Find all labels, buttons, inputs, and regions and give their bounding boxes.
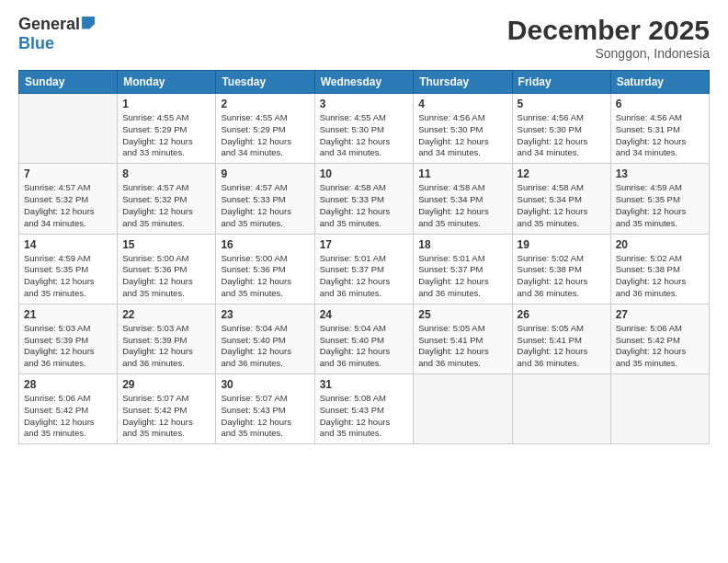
calendar-header-sunday: Sunday xyxy=(19,71,118,94)
day-number: 3 xyxy=(320,98,409,110)
day-info: Sunrise: 5:07 AMSunset: 5:42 PMDaylight:… xyxy=(122,393,210,440)
calendar-cell: 6Sunrise: 4:56 AMSunset: 5:31 PMDaylight… xyxy=(610,94,709,164)
day-info: Sunrise: 4:59 AMSunset: 5:35 PMDaylight:… xyxy=(616,182,704,229)
day-info: Sunrise: 5:04 AMSunset: 5:40 PMDaylight:… xyxy=(320,323,409,370)
calendar-cell: 11Sunrise: 4:58 AMSunset: 5:34 PMDayligh… xyxy=(414,164,512,234)
day-info: Sunrise: 4:55 AMSunset: 5:29 PMDaylight:… xyxy=(221,112,309,159)
day-info: Sunrise: 5:01 AMSunset: 5:37 PMDaylight:… xyxy=(418,253,506,300)
day-number: 28 xyxy=(24,378,112,391)
day-info: Sunrise: 5:02 AMSunset: 5:38 PMDaylight:… xyxy=(616,253,704,300)
header: General Blue December 2025 Songgon, Indo… xyxy=(18,15,710,61)
subtitle: Songgon, Indonesia xyxy=(507,46,710,61)
day-info: Sunrise: 5:01 AMSunset: 5:37 PMDaylight:… xyxy=(320,253,409,300)
day-info: Sunrise: 4:56 AMSunset: 5:30 PMDaylight:… xyxy=(418,112,506,159)
day-info: Sunrise: 4:57 AMSunset: 5:32 PMDaylight:… xyxy=(24,182,112,229)
day-number: 29 xyxy=(122,378,210,391)
calendar-cell: 15Sunrise: 5:00 AMSunset: 5:36 PMDayligh… xyxy=(118,234,216,304)
day-number: 4 xyxy=(418,98,506,110)
day-info: Sunrise: 5:08 AMSunset: 5:43 PMDaylight:… xyxy=(320,393,409,440)
calendar-cell: 14Sunrise: 4:59 AMSunset: 5:35 PMDayligh… xyxy=(19,234,118,304)
day-number: 8 xyxy=(122,167,210,180)
day-info: Sunrise: 5:07 AMSunset: 5:43 PMDaylight:… xyxy=(221,393,309,440)
calendar-cell: 8Sunrise: 4:57 AMSunset: 5:32 PMDaylight… xyxy=(118,164,216,234)
day-info: Sunrise: 4:59 AMSunset: 5:35 PMDaylight:… xyxy=(24,253,112,300)
day-number: 13 xyxy=(616,167,704,180)
day-number: 1 xyxy=(122,98,210,110)
logo-blue-text: Blue xyxy=(18,34,54,53)
day-info: Sunrise: 4:58 AMSunset: 5:33 PMDaylight:… xyxy=(320,182,409,229)
day-info: Sunrise: 5:00 AMSunset: 5:36 PMDaylight:… xyxy=(221,253,309,300)
day-number: 7 xyxy=(24,167,112,180)
day-number: 27 xyxy=(616,308,704,321)
day-number: 24 xyxy=(320,308,409,321)
day-number: 17 xyxy=(320,238,409,251)
day-info: Sunrise: 5:03 AMSunset: 5:39 PMDaylight:… xyxy=(24,323,112,370)
day-info: Sunrise: 5:06 AMSunset: 5:42 PMDaylight:… xyxy=(616,323,704,370)
calendar-cell: 25Sunrise: 5:05 AMSunset: 5:41 PMDayligh… xyxy=(414,304,512,373)
calendar-cell xyxy=(19,94,118,164)
calendar-cell: 7Sunrise: 4:57 AMSunset: 5:32 PMDaylight… xyxy=(19,164,118,234)
calendar-cell: 24Sunrise: 5:04 AMSunset: 5:40 PMDayligh… xyxy=(314,304,414,373)
day-number: 20 xyxy=(616,238,704,251)
calendar-header-saturday: Saturday xyxy=(610,71,709,94)
calendar-header-friday: Friday xyxy=(512,71,610,94)
day-number: 26 xyxy=(518,308,606,321)
calendar-cell: 30Sunrise: 5:07 AMSunset: 5:43 PMDayligh… xyxy=(216,374,314,444)
calendar-cell: 3Sunrise: 4:55 AMSunset: 5:30 PMDaylight… xyxy=(314,94,414,164)
calendar-cell: 21Sunrise: 5:03 AMSunset: 5:39 PMDayligh… xyxy=(19,304,118,373)
page: General Blue December 2025 Songgon, Indo… xyxy=(0,0,728,563)
day-number: 2 xyxy=(221,98,309,110)
logo: General Blue xyxy=(18,15,95,53)
calendar-cell: 28Sunrise: 5:06 AMSunset: 5:42 PMDayligh… xyxy=(19,374,118,444)
title-block: December 2025 Songgon, Indonesia xyxy=(507,15,710,61)
day-info: Sunrise: 5:02 AMSunset: 5:38 PMDaylight:… xyxy=(518,253,606,300)
calendar-cell: 16Sunrise: 5:00 AMSunset: 5:36 PMDayligh… xyxy=(216,234,314,304)
calendar-header-tuesday: Tuesday xyxy=(216,71,314,94)
calendar-header-wednesday: Wednesday xyxy=(314,71,414,94)
day-number: 12 xyxy=(518,167,606,180)
day-info: Sunrise: 4:58 AMSunset: 5:34 PMDaylight:… xyxy=(518,182,606,229)
logo-general: General xyxy=(18,15,80,34)
calendar-cell xyxy=(414,374,512,444)
calendar-cell: 20Sunrise: 5:02 AMSunset: 5:38 PMDayligh… xyxy=(610,234,709,304)
day-info: Sunrise: 5:06 AMSunset: 5:42 PMDaylight:… xyxy=(24,393,112,440)
calendar-cell: 22Sunrise: 5:03 AMSunset: 5:39 PMDayligh… xyxy=(118,304,216,373)
day-info: Sunrise: 5:04 AMSunset: 5:40 PMDaylight:… xyxy=(221,323,309,370)
main-title: December 2025 xyxy=(507,15,710,46)
day-number: 21 xyxy=(24,308,112,321)
calendar-cell: 19Sunrise: 5:02 AMSunset: 5:38 PMDayligh… xyxy=(512,234,610,304)
logo-text: General xyxy=(18,15,95,34)
day-info: Sunrise: 4:57 AMSunset: 5:32 PMDaylight:… xyxy=(122,182,210,229)
day-number: 11 xyxy=(418,167,506,180)
calendar: SundayMondayTuesdayWednesdayThursdayFrid… xyxy=(18,70,710,444)
day-number: 5 xyxy=(518,98,606,110)
logo-icon xyxy=(82,17,95,29)
calendar-cell: 23Sunrise: 5:04 AMSunset: 5:40 PMDayligh… xyxy=(216,304,314,373)
day-number: 23 xyxy=(221,308,309,321)
calendar-cell xyxy=(610,374,709,444)
calendar-cell: 17Sunrise: 5:01 AMSunset: 5:37 PMDayligh… xyxy=(314,234,414,304)
calendar-cell: 27Sunrise: 5:06 AMSunset: 5:42 PMDayligh… xyxy=(610,304,709,373)
calendar-cell: 5Sunrise: 4:56 AMSunset: 5:30 PMDaylight… xyxy=(512,94,610,164)
day-info: Sunrise: 5:05 AMSunset: 5:41 PMDaylight:… xyxy=(518,323,606,370)
day-info: Sunrise: 5:05 AMSunset: 5:41 PMDaylight:… xyxy=(418,323,506,370)
day-info: Sunrise: 4:57 AMSunset: 5:33 PMDaylight:… xyxy=(221,182,309,229)
day-number: 22 xyxy=(122,308,210,321)
day-info: Sunrise: 4:55 AMSunset: 5:30 PMDaylight:… xyxy=(320,112,409,159)
day-number: 6 xyxy=(616,98,704,110)
calendar-cell: 1Sunrise: 4:55 AMSunset: 5:29 PMDaylight… xyxy=(118,94,216,164)
day-number: 31 xyxy=(320,378,409,391)
day-number: 18 xyxy=(418,238,506,251)
calendar-cell xyxy=(512,374,610,444)
day-number: 30 xyxy=(221,378,309,391)
calendar-header-monday: Monday xyxy=(118,71,216,94)
day-info: Sunrise: 5:00 AMSunset: 5:36 PMDaylight:… xyxy=(122,253,210,300)
day-number: 9 xyxy=(221,167,309,180)
calendar-cell: 10Sunrise: 4:58 AMSunset: 5:33 PMDayligh… xyxy=(314,164,414,234)
calendar-header-thursday: Thursday xyxy=(414,71,512,94)
day-number: 16 xyxy=(221,238,309,251)
calendar-cell: 9Sunrise: 4:57 AMSunset: 5:33 PMDaylight… xyxy=(216,164,314,234)
day-info: Sunrise: 4:56 AMSunset: 5:31 PMDaylight:… xyxy=(616,112,704,159)
day-info: Sunrise: 4:55 AMSunset: 5:29 PMDaylight:… xyxy=(122,112,210,159)
day-number: 10 xyxy=(320,167,409,180)
